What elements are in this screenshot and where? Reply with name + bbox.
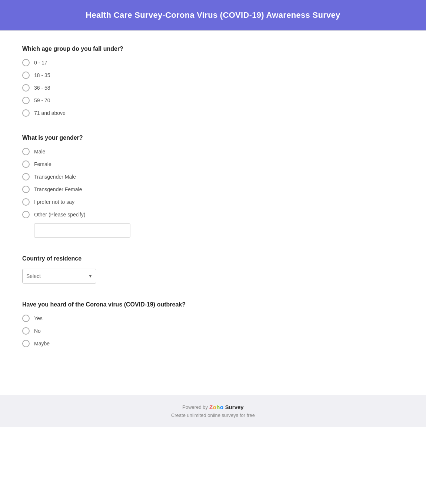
gender-label-female: Female [34,161,51,167]
heard-option-maybe[interactable]: Maybe [22,340,404,347]
age-label-71-above: 71 and above [34,110,66,116]
age-radio-0-17[interactable] [22,59,30,66]
age-label-0-17: 0 - 17 [34,60,47,66]
question-gender: What is your gender? Male Female Transge… [22,135,404,238]
age-radio-36-58[interactable] [22,84,30,92]
gender-option-female[interactable]: Female [22,160,404,168]
zoho-letter-z: Z [209,404,213,410]
question-covid-label: Have you heard of the Corona virus (COVI… [22,301,404,308]
gender-option-trans-male[interactable]: Transgender Male [22,173,404,180]
footer-divider [0,380,426,380]
age-label-59-70: 59 - 70 [34,97,50,103]
question-covid-heard: Have you heard of the Corona virus (COVI… [22,301,404,347]
gender-other-text-input[interactable] [34,223,130,238]
age-radio-18-35[interactable] [22,72,30,79]
gender-option-other[interactable]: Other (Please specify) [22,211,404,218]
survey-word: Survey [225,404,244,410]
gender-radio-prefer-not[interactable] [22,198,30,206]
age-option-59-70[interactable]: 59 - 70 [22,97,404,104]
heard-option-yes[interactable]: Yes [22,315,404,322]
survey-title: Health Care Survey-Corona Virus (COVID-1… [15,10,411,20]
question-country-label: Country of residence [22,255,404,262]
heard-label-yes: Yes [34,315,43,321]
footer-subtitle: Create unlimited online surveys for free [15,412,411,418]
gender-radio-trans-male[interactable] [22,173,30,180]
gender-label-trans-female: Transgender Female [34,186,82,192]
gender-radio-male[interactable] [22,148,30,155]
gender-label-prefer-not: I prefer not to say [34,199,74,205]
gender-label-other: Other (Please specify) [34,212,86,218]
zoho-letter-h: h [216,404,220,410]
gender-label-trans-male: Transgender Male [34,174,76,180]
age-radio-59-70[interactable] [22,97,30,104]
age-option-18-35[interactable]: 18 - 35 [22,72,404,79]
heard-option-no[interactable]: No [22,327,404,335]
gender-radio-trans-female[interactable] [22,186,30,193]
powered-by-text: Powered by [182,404,208,410]
gender-radio-other[interactable] [22,211,30,218]
age-option-36-58[interactable]: 36 - 58 [22,84,404,92]
age-option-0-17[interactable]: 0 - 17 [22,59,404,66]
heard-label-no: No [34,328,41,334]
question-gender-label: What is your gender? [22,135,404,141]
heard-radio-maybe[interactable] [22,340,30,347]
gender-radio-female[interactable] [22,160,30,168]
age-option-71-above[interactable]: 71 and above [22,109,404,117]
question-age-group: Which age group do you fall under? 0 - 1… [22,46,404,117]
gender-option-trans-female[interactable]: Transgender Female [22,186,404,193]
heard-label-maybe: Maybe [34,341,50,346]
zoho-letter-o2: o [220,404,224,410]
survey-header: Health Care Survey-Corona Virus (COVID-1… [0,0,426,30]
country-select-wrapper: Select United States United Kingdom Indi… [22,269,96,284]
question-age-label: Which age group do you fall under? [22,46,404,52]
zoho-logo[interactable]: Zoho [209,404,224,410]
survey-content: Which age group do you fall under? 0 - 1… [0,31,426,380]
powered-by-line: Powered by Zoho Survey [15,404,411,410]
country-select[interactable]: Select United States United Kingdom Indi… [22,269,96,284]
survey-footer: Powered by Zoho Survey Create unlimited … [0,395,426,427]
gender-option-male[interactable]: Male [22,148,404,155]
age-label-36-58: 36 - 58 [34,85,50,91]
heard-radio-no[interactable] [22,327,30,335]
gender-option-prefer-not[interactable]: I prefer not to say [22,198,404,206]
age-radio-71-above[interactable] [22,109,30,117]
heard-radio-yes[interactable] [22,315,30,322]
question-country: Country of residence Select United State… [22,255,404,284]
age-label-18-35: 18 - 35 [34,72,50,78]
gender-label-male: Male [34,149,45,155]
zoho-letter-o1: o [213,404,217,410]
